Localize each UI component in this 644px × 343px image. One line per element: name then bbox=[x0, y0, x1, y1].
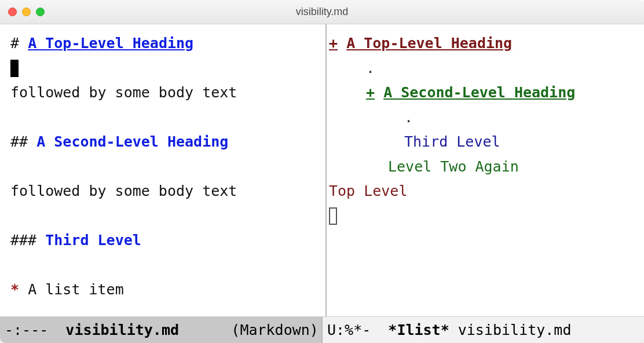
outline-l1[interactable]: Top Level bbox=[329, 179, 634, 204]
cursor-outline bbox=[329, 207, 337, 225]
window-controls bbox=[8, 8, 45, 16]
body-text-1: followed by some body text bbox=[10, 81, 315, 105]
h1-hash: # bbox=[10, 35, 19, 52]
cursor-line bbox=[10, 56, 315, 81]
editor-content: # A Top-Level Heading followed by some b… bbox=[0, 24, 644, 316]
body-text-2: followed by some body text bbox=[10, 179, 315, 204]
right-pane[interactable]: + A Top-Level Heading . + A Second-Level… bbox=[327, 24, 644, 316]
outline-l2[interactable]: Level Two Again bbox=[329, 155, 634, 180]
h3-hash: ### bbox=[10, 232, 36, 249]
cursor-line-right bbox=[329, 204, 634, 229]
h2-text: A Second-Level Heading bbox=[36, 133, 228, 150]
heading-2: ## A Second-Level Heading bbox=[10, 130, 315, 155]
modeline-right[interactable]: U:%*- *Ilist* visibility.md bbox=[323, 317, 644, 343]
ml-left-mode: (Markdown) bbox=[179, 322, 319, 338]
titlebar: visibility.md bbox=[0, 0, 644, 24]
list-item: * A list item bbox=[10, 278, 315, 302]
close-button[interactable] bbox=[8, 8, 17, 16]
modeline: -:--- visibility.md (Markdown) U:%*- *Il… bbox=[0, 316, 644, 343]
outline-h2[interactable]: + A Second-Level Heading bbox=[329, 81, 634, 105]
h3-text: Third Level bbox=[45, 232, 141, 249]
outline-h1-prefix: + bbox=[329, 35, 338, 52]
minimize-button[interactable] bbox=[22, 8, 31, 16]
ml-left-buffer: visibility.md bbox=[65, 322, 179, 338]
outline-h1[interactable]: + A Top-Level Heading bbox=[329, 31, 634, 56]
outline-dot-2: . bbox=[329, 105, 634, 130]
list-text: A list item bbox=[28, 281, 124, 298]
ml-left-prefix: -:--- bbox=[5, 322, 65, 338]
h2-hash: ## bbox=[10, 133, 28, 150]
left-pane[interactable]: # A Top-Level Heading followed by some b… bbox=[0, 24, 327, 316]
modeline-left[interactable]: -:--- visibility.md (Markdown) bbox=[0, 317, 323, 343]
cursor bbox=[10, 60, 19, 77]
ml-right-prefix: U:%*- bbox=[327, 322, 388, 338]
outline-l3[interactable]: Third Level bbox=[329, 130, 634, 155]
list-bullet: * bbox=[10, 281, 19, 298]
h1-text: A Top-Level Heading bbox=[28, 35, 193, 52]
maximize-button[interactable] bbox=[36, 8, 45, 16]
ml-right-buffer: *Ilist* bbox=[388, 322, 449, 338]
outline-dot-1: . bbox=[329, 56, 634, 81]
outline-h2-prefix: + bbox=[366, 84, 375, 101]
outline-h2-text: A Second-Level Heading bbox=[383, 84, 575, 101]
ml-right-suffix: visibility.md bbox=[449, 322, 572, 338]
window-title: visibility.md bbox=[8, 6, 636, 18]
heading-1: # A Top-Level Heading bbox=[10, 31, 315, 56]
outline-h1-text: A Top-Level Heading bbox=[346, 35, 512, 52]
heading-3: ### Third Level bbox=[10, 228, 315, 253]
